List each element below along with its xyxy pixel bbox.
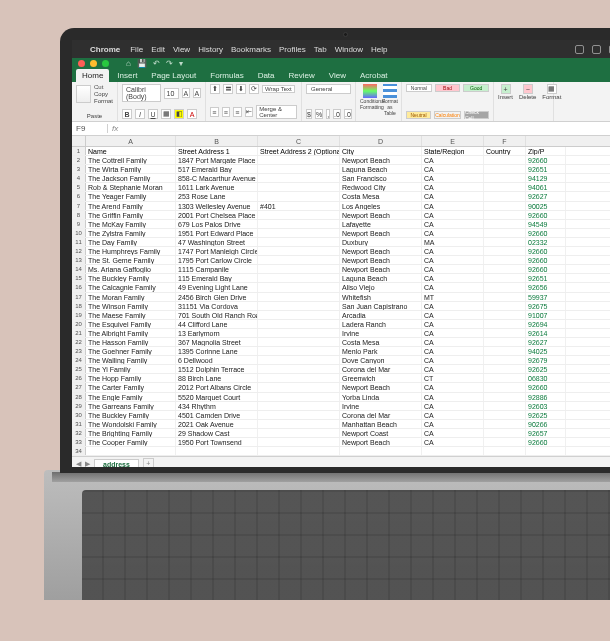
- cell[interactable]: [484, 365, 526, 373]
- cell[interactable]: The Wirta Family: [86, 165, 176, 173]
- cell[interactable]: #401: [258, 202, 340, 210]
- align-center-button[interactable]: ≡: [222, 107, 231, 117]
- cell[interactable]: [258, 311, 340, 319]
- cell[interactable]: [484, 320, 526, 328]
- cell[interactable]: 858-C Macarthur Avenue: [176, 174, 258, 182]
- table-row[interactable]: 3The Wirta Family517 Emerald BayLaguna B…: [72, 165, 610, 174]
- minimize-window-button[interactable]: [90, 60, 97, 67]
- cell[interactable]: 1950 Port Townsend: [176, 438, 258, 446]
- cell[interactable]: [258, 165, 340, 173]
- row-header[interactable]: 9: [72, 220, 86, 228]
- cell[interactable]: [484, 302, 526, 310]
- number-format-select[interactable]: General: [306, 84, 351, 94]
- cell[interactable]: The Moran Family: [86, 293, 176, 301]
- cell[interactable]: [258, 338, 340, 346]
- cell[interactable]: The Buckley Family: [86, 411, 176, 419]
- row-header[interactable]: 4: [72, 174, 86, 182]
- cell[interactable]: CA: [422, 302, 484, 310]
- col-header[interactable]: B: [176, 136, 258, 146]
- table-row[interactable]: 28The Engle Family5520 Marquet CourtYorb…: [72, 393, 610, 402]
- cell[interactable]: Ladera Ranch: [340, 320, 422, 328]
- row-header[interactable]: 29: [72, 402, 86, 410]
- cell[interactable]: The Day Family: [86, 238, 176, 246]
- font-size-select[interactable]: 10: [164, 88, 179, 99]
- row-header[interactable]: 19: [72, 311, 86, 319]
- cell-zip[interactable]: 92660: [526, 156, 566, 164]
- cell[interactable]: The Hasson Family: [86, 338, 176, 346]
- cell[interactable]: Duxbury: [340, 238, 422, 246]
- cell-zip[interactable]: 90025: [526, 202, 566, 210]
- row-header[interactable]: 14: [72, 265, 86, 273]
- ribbon-tab-formulas[interactable]: Formulas: [204, 69, 249, 82]
- cell-zip[interactable]: 92679: [526, 356, 566, 364]
- cell[interactable]: CA: [422, 320, 484, 328]
- redo-icon[interactable]: ↷: [166, 59, 173, 68]
- row-header[interactable]: 7: [72, 202, 86, 210]
- cell[interactable]: [258, 447, 340, 455]
- cell[interactable]: The Carter Family: [86, 383, 176, 391]
- table-row[interactable]: 26The Hopp Family88 Birch LaneGreenwichC…: [72, 374, 610, 383]
- cell[interactable]: Laguna Beach: [340, 165, 422, 173]
- cell[interactable]: [258, 393, 340, 401]
- cell-zip[interactable]: 92651: [526, 165, 566, 173]
- comma-button[interactable]: ,: [326, 109, 330, 119]
- cell-zip[interactable]: 91007: [526, 311, 566, 319]
- cell[interactable]: The St. Geme Family: [86, 256, 176, 264]
- cell[interactable]: The Wondolski Family: [86, 420, 176, 428]
- cell[interactable]: [258, 347, 340, 355]
- cell[interactable]: [484, 183, 526, 191]
- cell[interactable]: Newport Beach: [340, 211, 422, 219]
- cell[interactable]: San Francisco: [340, 174, 422, 182]
- cell[interactable]: [258, 220, 340, 228]
- cell[interactable]: The Esquivel Family: [86, 320, 176, 328]
- table-row[interactable]: 27The Carter Family2012 Port Albans Circ…: [72, 383, 610, 392]
- cell[interactable]: [484, 192, 526, 200]
- mac-menu-window[interactable]: Window: [335, 45, 363, 54]
- mac-menu-history[interactable]: History: [198, 45, 223, 54]
- home-icon[interactable]: ⌂: [126, 59, 131, 68]
- cell[interactable]: [258, 238, 340, 246]
- align-left-button[interactable]: ≡: [210, 107, 219, 117]
- cell[interactable]: 44 Clifford Lane: [176, 320, 258, 328]
- style-normal[interactable]: Normal: [406, 84, 432, 92]
- cell[interactable]: 6 Dellwood: [176, 356, 258, 364]
- cell[interactable]: Newport Beach: [340, 438, 422, 446]
- cell[interactable]: [484, 220, 526, 228]
- cell[interactable]: Newport Beach: [340, 156, 422, 164]
- cell-zip[interactable]: 59937: [526, 293, 566, 301]
- cell[interactable]: CA: [422, 220, 484, 228]
- table-row[interactable]: 29The Garreans Family434 RhythmIrvineCA9…: [72, 402, 610, 411]
- cell[interactable]: 434 Rhythm: [176, 402, 258, 410]
- cell[interactable]: [484, 393, 526, 401]
- cell[interactable]: The Maese Family: [86, 311, 176, 319]
- status-icon[interactable]: [575, 45, 584, 54]
- paste-icon[interactable]: [76, 85, 91, 103]
- cell-zip[interactable]: 92603: [526, 402, 566, 410]
- cell[interactable]: [258, 211, 340, 219]
- row-header[interactable]: 23: [72, 347, 86, 355]
- cell[interactable]: [258, 402, 340, 410]
- format-painter-button[interactable]: Format: [94, 98, 113, 104]
- cell-zip[interactable]: 92625: [526, 411, 566, 419]
- table-row[interactable]: 6The Yeager Family253 Rose LaneCosta Mes…: [72, 192, 610, 201]
- cell[interactable]: 1611 Lark Avenue: [176, 183, 258, 191]
- cell[interactable]: CA: [422, 202, 484, 210]
- ribbon-tab-insert[interactable]: Insert: [111, 69, 143, 82]
- cell-zip[interactable]: [526, 447, 566, 455]
- style-bad[interactable]: Bad: [435, 84, 461, 92]
- cell[interactable]: 679 Los Palos Drive: [176, 220, 258, 228]
- cell[interactable]: [258, 229, 340, 237]
- cell[interactable]: [484, 411, 526, 419]
- cell-zip[interactable]: 92694: [526, 320, 566, 328]
- table-row[interactable]: 33The Cooper Family1950 Port TownsendNew…: [72, 438, 610, 447]
- cell-zip[interactable]: 94061: [526, 183, 566, 191]
- cell[interactable]: 13 Earlymorn: [176, 329, 258, 337]
- copy-button[interactable]: Copy: [94, 91, 113, 97]
- row-header[interactable]: 18: [72, 302, 86, 310]
- cell[interactable]: Los Angeles: [340, 202, 422, 210]
- row-header[interactable]: 20: [72, 320, 86, 328]
- cell[interactable]: The Albright Family: [86, 329, 176, 337]
- col-header[interactable]: A: [86, 136, 176, 146]
- table-row[interactable]: 13The St. Geme Family1795 Port Carlow Ci…: [72, 256, 610, 265]
- cell[interactable]: Newport Beach: [340, 265, 422, 273]
